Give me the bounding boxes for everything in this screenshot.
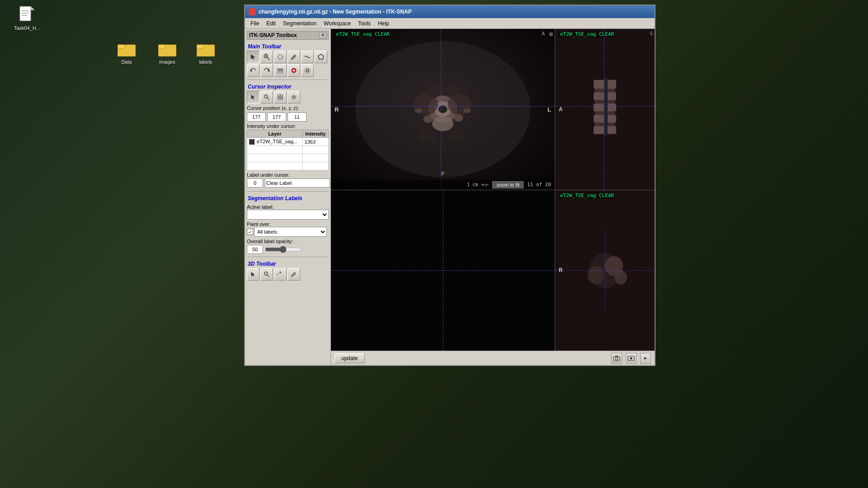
menu-help[interactable]: Help bbox=[374, 19, 393, 28]
svg-line-12 bbox=[267, 57, 269, 60]
svg-marker-76 bbox=[644, 357, 647, 360]
svg-rect-20 bbox=[278, 70, 283, 72]
intensity-empty-row-3 bbox=[247, 162, 329, 170]
tool-layers-btn[interactable] bbox=[274, 64, 287, 77]
tool-settings-btn[interactable] bbox=[301, 64, 314, 77]
svg-point-46 bbox=[453, 114, 463, 122]
label-text-input[interactable] bbox=[265, 178, 330, 188]
more-options-btn[interactable] bbox=[640, 353, 651, 364]
inspector-cursor-btn[interactable] bbox=[247, 91, 259, 103]
images-folder-icon bbox=[158, 40, 176, 58]
svg-point-52 bbox=[463, 108, 471, 113]
toolbox-close-btn[interactable]: ✕ bbox=[319, 32, 326, 38]
update-btn[interactable]: update bbox=[335, 353, 365, 363]
task04-file-icon bbox=[18, 6, 36, 24]
active-label-row: Active label: bbox=[247, 204, 329, 220]
cursor-x-input[interactable] bbox=[247, 113, 266, 122]
svg-rect-6 bbox=[118, 45, 125, 48]
inspector-grid-btn[interactable] bbox=[274, 91, 287, 103]
svg-point-47 bbox=[426, 86, 440, 98]
crosshair-h-top-left bbox=[331, 106, 555, 107]
menu-tools[interactable]: Tools bbox=[354, 19, 374, 28]
toolbar-3d-label: 3D Toolbar bbox=[247, 259, 329, 268]
camera-btn[interactable] bbox=[611, 353, 622, 364]
tool-snake-btn[interactable] bbox=[301, 51, 314, 63]
view-panel-top-left[interactable]: eT2W_TSE_sag CLEAR A ⊞ R L P 1 cm ⊣—⊢ zo… bbox=[331, 29, 555, 190]
svg-point-72 bbox=[615, 357, 618, 360]
svg-point-51 bbox=[415, 108, 422, 113]
label-num-input[interactable] bbox=[247, 178, 263, 188]
svg-point-33 bbox=[292, 96, 295, 98]
tool-polygon-btn[interactable] bbox=[315, 51, 327, 63]
paint-over-dropdown[interactable]: All labels bbox=[254, 227, 327, 237]
crosshair-v-top-right bbox=[604, 29, 604, 190]
svg-rect-31 bbox=[278, 98, 280, 99]
tool-3d-brush-btn[interactable] bbox=[288, 268, 300, 281]
view-bottom-bar-top-left: 1 cm ⊣—⊢ zoom to fit 11 of 20 bbox=[331, 180, 555, 190]
paint-over-row: Paint over: ✓ All labels bbox=[247, 221, 329, 237]
mri-bg-top-right bbox=[555, 29, 655, 190]
view-panel-bottom-left[interactable] bbox=[331, 190, 555, 351]
label-under-cursor-label: Label under cursor: bbox=[247, 172, 329, 178]
main-toolbar-label: Main Toolbar bbox=[247, 42, 329, 51]
tool-brush-btn[interactable] bbox=[288, 51, 300, 63]
labels-folder-icon bbox=[197, 40, 215, 58]
svg-line-36 bbox=[267, 275, 269, 277]
opacity-value-input[interactable] bbox=[247, 245, 263, 254]
paint-over-checkbox[interactable]: ✓ bbox=[247, 229, 253, 235]
active-label-dropdown[interactable] bbox=[247, 210, 329, 220]
view-panel-top-right[interactable]: eT2W_TSE_sag CLEAR S A bbox=[555, 29, 655, 190]
menu-file[interactable]: File bbox=[247, 19, 263, 28]
zoom-to-fit-btn[interactable]: zoom to fit bbox=[492, 181, 524, 188]
desktop-icon-task04[interactable]: Task04_H... bbox=[9, 5, 45, 33]
inspector-zoom-btn[interactable] bbox=[260, 91, 273, 103]
svg-marker-1 bbox=[31, 6, 34, 10]
menubar: File Edit Segmentation Workspace Tools H… bbox=[245, 18, 655, 29]
view-label-bottom-right: eT2W_TSE_sag CLEAR bbox=[559, 192, 615, 199]
svg-point-41 bbox=[439, 105, 447, 113]
view-expand-btn[interactable]: ⊞ bbox=[549, 31, 553, 38]
intensity-table: Layer Intensity eT2W_TSE_sag... 1363 bbox=[247, 130, 329, 170]
svg-marker-16 bbox=[318, 54, 324, 59]
svg-point-75 bbox=[630, 357, 632, 359]
menu-segmentation[interactable]: Segmentation bbox=[279, 19, 320, 28]
opacity-slider[interactable] bbox=[265, 246, 301, 253]
cursor-y-input[interactable] bbox=[267, 113, 286, 122]
opacity-label: Overall label opacity: bbox=[247, 239, 329, 244]
cursor-z-input[interactable] bbox=[288, 113, 307, 122]
intensity-layer-name: eT2W_TSE_sag... bbox=[247, 138, 303, 146]
desktop-icon-images[interactable]: images bbox=[149, 38, 185, 66]
svg-point-45 bbox=[423, 115, 433, 123]
inspector-tools bbox=[247, 91, 329, 103]
layer-name-text: eT2W_TSE_sag... bbox=[257, 139, 297, 144]
desktop-icon-labels[interactable]: labels bbox=[188, 38, 224, 66]
intensity-label: Intensity under cursor: bbox=[247, 123, 329, 129]
tool-seg-on-btn[interactable] bbox=[288, 64, 300, 77]
svg-point-25 bbox=[306, 69, 309, 72]
menu-edit[interactable]: Edit bbox=[263, 19, 279, 28]
tool-lasso-btn[interactable] bbox=[274, 51, 287, 63]
tool-undo-btn[interactable] bbox=[247, 64, 259, 77]
data-icon-label: Data bbox=[121, 59, 132, 65]
tool-3d-zoom-btn[interactable] bbox=[260, 268, 273, 281]
snapshot-btn[interactable] bbox=[626, 353, 637, 364]
view-panel-bottom-right[interactable]: eT2W_TSE_sag CLEAR R bbox=[555, 190, 655, 351]
intensity-value: 1363 bbox=[302, 138, 328, 146]
tool-3d-rotate-btn[interactable] bbox=[274, 268, 287, 281]
menu-workspace[interactable]: Workspace bbox=[320, 19, 354, 28]
view-grid: eT2W_TSE_sag CLEAR A ⊞ R L P 1 cm ⊣—⊢ zo… bbox=[331, 29, 655, 351]
view-corner-s: S bbox=[650, 31, 653, 37]
tool-zoom-btn[interactable] bbox=[260, 51, 273, 63]
window-title: changfengying.nii.gz.nii.gz - New Segmen… bbox=[259, 9, 412, 15]
view-label-top-left: eT2W_TSE_sag CLEAR bbox=[335, 31, 391, 38]
tool-3d-cursor-btn[interactable] bbox=[247, 268, 259, 281]
mri-bg-top-left bbox=[331, 29, 555, 190]
tool-redo-btn[interactable] bbox=[260, 64, 273, 77]
tool-cursor-btn[interactable] bbox=[247, 51, 259, 63]
cursor-position-label: Cursor position (x, y, z): bbox=[247, 105, 299, 111]
main-bottom-bar: update bbox=[331, 351, 655, 365]
task04-icon-label: Task04_H... bbox=[14, 25, 40, 31]
desktop-icon-data[interactable]: Data bbox=[108, 38, 145, 66]
inspector-settings-btn[interactable] bbox=[288, 91, 300, 103]
view-bottom-p-label: P bbox=[441, 171, 444, 177]
